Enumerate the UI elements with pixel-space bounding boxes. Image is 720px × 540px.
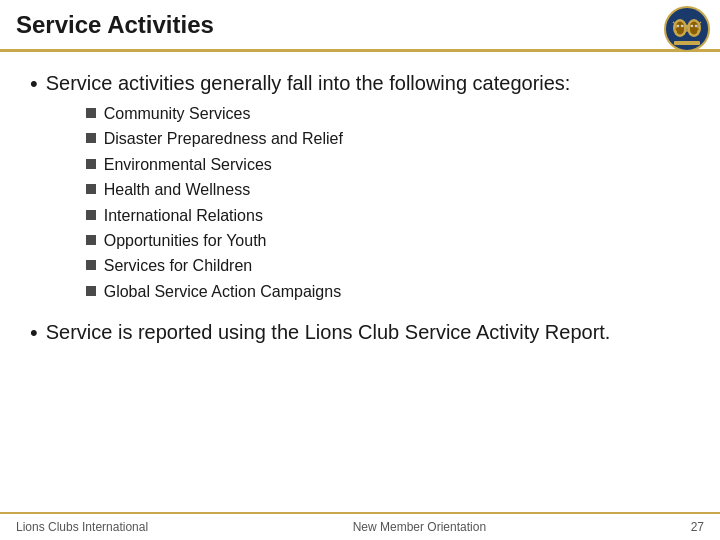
bullet-2: • Service is reported using the Lions Cl… bbox=[30, 319, 690, 346]
svg-rect-17 bbox=[684, 30, 688, 32]
sub-marker bbox=[86, 235, 96, 245]
sub-item-label: Services for Children bbox=[104, 255, 253, 277]
footer-page-number: 27 bbox=[691, 520, 704, 534]
sub-item-label: International Relations bbox=[104, 205, 263, 227]
svg-point-8 bbox=[677, 25, 678, 26]
sub-item-label: Health and Wellness bbox=[104, 179, 250, 201]
sub-list: Community Services Disaster Preparedness… bbox=[86, 103, 571, 303]
sub-item-label: Community Services bbox=[104, 103, 251, 125]
sub-marker bbox=[86, 184, 96, 194]
sub-marker bbox=[86, 210, 96, 220]
bullet-1-text: Service activities generally fall into t… bbox=[46, 72, 571, 94]
bullet-1-marker: • bbox=[30, 71, 38, 97]
slide: Service Activities bbox=[0, 0, 720, 540]
slide-header: Service Activities bbox=[0, 0, 720, 52]
list-item: International Relations bbox=[86, 205, 571, 227]
svg-point-12 bbox=[691, 25, 692, 26]
lions-club-logo bbox=[664, 6, 710, 52]
bullet-2-text: Service is reported using the Lions Club… bbox=[46, 319, 611, 346]
bullet-2-marker: • bbox=[30, 320, 38, 346]
sub-item-label: Disaster Preparedness and Relief bbox=[104, 128, 343, 150]
svg-rect-14 bbox=[683, 25, 691, 27]
svg-point-9 bbox=[681, 25, 682, 26]
slide-content: • Service activities generally fall into… bbox=[0, 52, 720, 512]
sub-marker bbox=[86, 159, 96, 169]
sub-marker bbox=[86, 108, 96, 118]
svg-rect-18 bbox=[674, 41, 700, 45]
sub-item-label: Opportunities for Youth bbox=[104, 230, 267, 252]
list-item: Services for Children bbox=[86, 255, 571, 277]
svg-point-13 bbox=[695, 25, 696, 26]
sub-marker bbox=[86, 286, 96, 296]
sub-marker bbox=[86, 260, 96, 270]
footer-left-text: Lions Clubs International bbox=[16, 520, 148, 534]
svg-rect-16 bbox=[688, 27, 690, 31]
list-item: Global Service Action Campaigns bbox=[86, 281, 571, 303]
slide-footer: Lions Clubs International New Member Ori… bbox=[0, 512, 720, 540]
sub-item-label: Global Service Action Campaigns bbox=[104, 281, 341, 303]
sub-item-label: Environmental Services bbox=[104, 154, 272, 176]
list-item: Community Services bbox=[86, 103, 571, 125]
list-item: Opportunities for Youth bbox=[86, 230, 571, 252]
slide-title: Service Activities bbox=[16, 11, 214, 39]
bullet-1: • Service activities generally fall into… bbox=[30, 70, 690, 303]
list-item: Disaster Preparedness and Relief bbox=[86, 128, 571, 150]
footer-center-text: New Member Orientation bbox=[353, 520, 486, 534]
list-item: Environmental Services bbox=[86, 154, 571, 176]
sub-marker bbox=[86, 133, 96, 143]
list-item: Health and Wellness bbox=[86, 179, 571, 201]
